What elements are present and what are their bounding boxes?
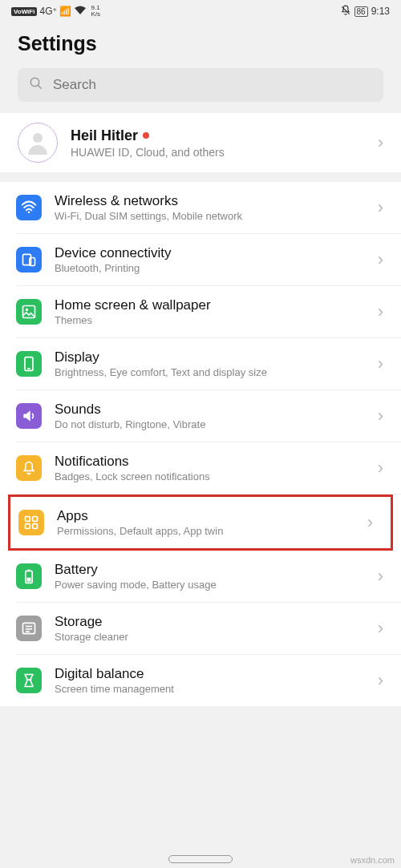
svg-rect-14 — [33, 524, 38, 529]
profile-card: Heil Hitler HUAWEI ID, Cloud, and others… — [0, 113, 401, 172]
setting-row[interactable]: Digital balance Screen time management › — [16, 655, 401, 706]
chevron-right-icon: › — [367, 512, 373, 533]
chevron-right-icon: › — [378, 132, 383, 153]
status-right: 86 9:13 — [340, 5, 390, 18]
svg-point-3 — [33, 133, 43, 143]
setting-subtitle: Permissions, Default apps, App twin — [57, 525, 354, 537]
battery-icon — [16, 563, 42, 589]
setting-text: Digital balance Screen time management — [55, 666, 365, 695]
display-icon — [16, 351, 42, 377]
search-box[interactable] — [18, 68, 383, 102]
setting-subtitle: Badges, Lock screen notifications — [55, 470, 365, 482]
svg-rect-13 — [26, 524, 30, 529]
chevron-right-icon: › — [378, 618, 383, 639]
setting-text: Sounds Do not disturb, Ringtone, Vibrate — [55, 402, 365, 430]
setting-title: Battery — [55, 562, 365, 578]
setting-title: Storage — [55, 614, 365, 630]
highlight-frame: Apps Permissions, Default apps, App twin… — [8, 495, 393, 551]
setting-text: Notifications Badges, Lock screen notifi… — [55, 454, 365, 482]
svg-rect-12 — [33, 517, 38, 522]
signal-icon: 4G⁺ — [39, 6, 57, 17]
setting-title: Notifications — [55, 454, 365, 470]
clock: 9:13 — [371, 6, 390, 17]
setting-row[interactable]: Notifications Badges, Lock screen notifi… — [16, 442, 401, 495]
setting-title: Digital balance — [55, 666, 365, 682]
digital-balance-icon — [16, 668, 42, 693]
watermark: wsxdn.com — [350, 855, 395, 865]
setting-row[interactable]: Home screen & wallpaper Themes › — [16, 286, 401, 338]
setting-text: Battery Power saving mode, Battery usage — [55, 562, 365, 591]
network-speed: 9.1 K/s — [91, 5, 100, 18]
header: Settings — [0, 22, 401, 68]
chevron-right-icon: › — [378, 197, 383, 218]
chevron-right-icon: › — [378, 458, 383, 478]
home-wallpaper-icon — [16, 299, 42, 325]
setting-title: Home screen & wallpaper — [55, 297, 365, 313]
svg-point-8 — [26, 309, 28, 311]
apps-icon — [18, 510, 44, 535]
svg-rect-16 — [27, 570, 30, 571]
setting-subtitle: Power saving mode, Battery usage — [55, 579, 365, 591]
wifi-status-icon — [74, 6, 87, 18]
setting-text: Apps Permissions, Default apps, App twin — [57, 508, 354, 537]
chevron-right-icon: › — [378, 670, 383, 691]
setting-row[interactable]: Apps Permissions, Default apps, App twin… — [18, 497, 391, 548]
svg-rect-17 — [27, 578, 31, 582]
setting-row[interactable]: Device connectivity Bluetooth, Printing … — [16, 234, 401, 286]
notifications-icon — [16, 455, 42, 481]
vowifi-badge: VoWiFi — [11, 7, 37, 16]
svg-line-2 — [38, 85, 42, 89]
avatar — [18, 123, 58, 163]
chevron-right-icon: › — [378, 406, 383, 426]
status-bar: VoWiFi 4G⁺ 📶 9.1 K/s 86 9:13 — [0, 0, 401, 22]
setting-subtitle: Storage cleaner — [55, 631, 365, 643]
setting-row[interactable]: Storage Storage cleaner › — [16, 603, 401, 655]
svg-point-1 — [30, 78, 39, 87]
profile-subtitle: HUAWEI ID, Cloud, and others — [71, 146, 365, 159]
mute-icon — [340, 5, 351, 18]
setting-subtitle: Themes — [55, 314, 365, 326]
svg-rect-11 — [26, 517, 30, 522]
chevron-right-icon: › — [378, 566, 383, 587]
setting-title: Wireless & networks — [55, 193, 365, 209]
notification-dot-icon — [143, 132, 149, 139]
storage-icon — [16, 616, 42, 641]
setting-subtitle: Screen time management — [55, 683, 365, 695]
setting-row[interactable]: Sounds Do not disturb, Ringtone, Vibrate… — [16, 390, 401, 442]
profile-name: Heil Hitler — [71, 127, 365, 144]
search-icon — [29, 76, 43, 94]
setting-subtitle: Brightness, Eye comfort, Text and displa… — [55, 366, 365, 378]
battery-indicator: 86 — [354, 6, 368, 17]
chevron-right-icon: › — [378, 353, 383, 374]
profile-row[interactable]: Heil Hitler HUAWEI ID, Cloud, and others… — [0, 113, 401, 172]
wifi-icon — [16, 195, 42, 220]
setting-text: Wireless & networks Wi-Fi, Dual SIM sett… — [55, 193, 365, 222]
setting-row[interactable]: Battery Power saving mode, Battery usage… — [16, 551, 401, 603]
home-indicator[interactable] — [168, 855, 233, 863]
settings-list: Wireless & networks Wi-Fi, Dual SIM sett… — [0, 182, 401, 706]
setting-title: Display — [55, 349, 365, 365]
search-input[interactable] — [53, 77, 372, 93]
setting-title: Apps — [57, 508, 354, 524]
device-connectivity-icon — [16, 247, 42, 273]
setting-subtitle: Bluetooth, Printing — [55, 262, 365, 274]
sounds-icon — [16, 403, 42, 429]
setting-text: Display Brightness, Eye comfort, Text an… — [55, 349, 365, 378]
setting-text: Storage Storage cleaner — [55, 614, 365, 643]
setting-title: Sounds — [55, 402, 365, 418]
setting-row[interactable]: Display Brightness, Eye comfort, Text an… — [16, 338, 401, 390]
setting-text: Device connectivity Bluetooth, Printing — [55, 245, 365, 274]
setting-text: Home screen & wallpaper Themes — [55, 297, 365, 326]
profile-text: Heil Hitler HUAWEI ID, Cloud, and others — [71, 127, 365, 159]
search-container — [0, 68, 401, 113]
setting-subtitle: Do not disturb, Ringtone, Vibrate — [55, 418, 365, 430]
setting-subtitle: Wi-Fi, Dual SIM settings, Mobile network — [55, 210, 365, 222]
setting-row[interactable]: Wireless & networks Wi-Fi, Dual SIM sett… — [16, 182, 401, 234]
svg-point-4 — [28, 212, 30, 214]
chevron-right-icon: › — [378, 249, 383, 270]
signal-bars-icon: 📶 — [59, 6, 71, 17]
setting-title: Device connectivity — [55, 245, 365, 261]
status-left: VoWiFi 4G⁺ 📶 9.1 K/s — [11, 5, 100, 18]
chevron-right-icon: › — [378, 301, 383, 322]
page-title: Settings — [18, 32, 383, 55]
